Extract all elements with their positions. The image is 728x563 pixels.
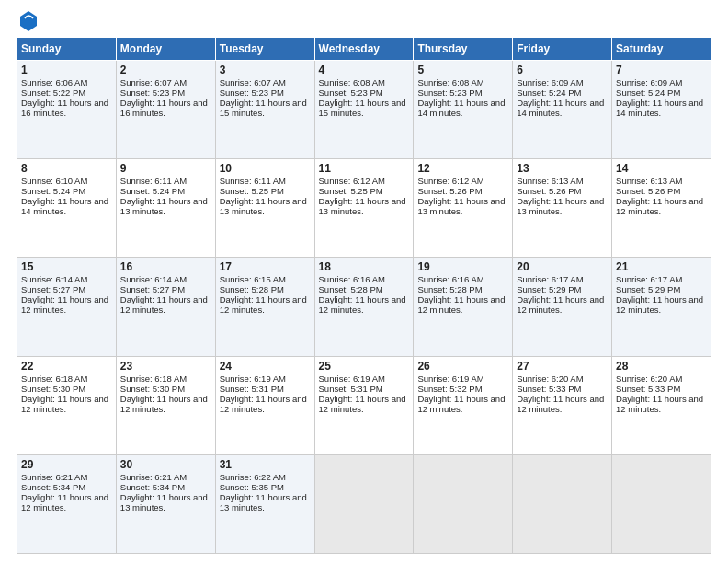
calendar-cell: 22Sunrise: 6:18 AMSunset: 5:30 PMDayligh…: [17, 356, 117, 454]
calendar-header-tuesday: Tuesday: [215, 38, 314, 61]
sunset-text: Sunset: 5:26 PM: [616, 186, 680, 196]
calendar-cell: 6Sunrise: 6:09 AMSunset: 5:24 PMDaylight…: [513, 61, 612, 159]
day-number: 27: [517, 360, 608, 373]
calendar-cell: [612, 454, 711, 553]
daylight-text: Daylight: 11 hours and 12 minutes.: [220, 294, 307, 315]
logo-icon: [20, 11, 37, 31]
daylight-text: Daylight: 11 hours and 12 minutes.: [120, 394, 208, 414]
calendar-cell: 2Sunrise: 6:07 AMSunset: 5:23 PMDaylight…: [116, 61, 215, 159]
calendar-cell: 19Sunrise: 6:16 AMSunset: 5:28 PMDayligh…: [414, 258, 513, 356]
sunrise-text: Sunrise: 6:19 AM: [220, 373, 286, 384]
sunrise-text: Sunrise: 6:14 AM: [120, 274, 187, 284]
daylight-text: Daylight: 11 hours and 15 minutes.: [319, 98, 406, 118]
sunset-text: Sunset: 5:34 PM: [120, 482, 185, 492]
day-number: 30: [120, 458, 211, 471]
sunset-text: Sunset: 5:22 PM: [21, 87, 85, 98]
day-number: 26: [417, 360, 508, 373]
calendar-cell: 14Sunrise: 6:13 AMSunset: 5:26 PMDayligh…: [612, 159, 711, 258]
daylight-text: Daylight: 11 hours and 12 minutes.: [517, 394, 604, 414]
daylight-text: Daylight: 11 hours and 13 minutes.: [319, 196, 406, 216]
sunrise-text: Sunrise: 6:07 AM: [220, 77, 286, 87]
calendar-cell: 18Sunrise: 6:16 AMSunset: 5:28 PMDayligh…: [314, 258, 414, 356]
daylight-text: Daylight: 11 hours and 12 minutes.: [21, 294, 108, 315]
sunrise-text: Sunrise: 6:21 AM: [21, 472, 87, 482]
daylight-text: Daylight: 11 hours and 12 minutes.: [220, 394, 307, 414]
sunrise-text: Sunrise: 6:17 AM: [616, 274, 682, 284]
daylight-text: Daylight: 11 hours and 12 minutes.: [21, 492, 108, 512]
daylight-text: Daylight: 11 hours and 12 minutes.: [319, 294, 406, 315]
calendar-header-wednesday: Wednesday: [314, 38, 414, 61]
calendar-cell: 8Sunrise: 6:10 AMSunset: 5:24 PMDaylight…: [17, 159, 117, 258]
daylight-text: Daylight: 11 hours and 13 minutes.: [517, 196, 604, 216]
sunrise-text: Sunrise: 6:11 AM: [220, 176, 286, 186]
sunset-text: Sunset: 5:24 PM: [616, 87, 680, 98]
daylight-text: Daylight: 11 hours and 12 minutes.: [417, 394, 505, 414]
sunrise-text: Sunrise: 6:08 AM: [319, 77, 385, 87]
sunset-text: Sunset: 5:27 PM: [21, 284, 85, 294]
calendar-header-row: SundayMondayTuesdayWednesdayThursdayFrid…: [17, 38, 711, 61]
daylight-text: Daylight: 11 hours and 12 minutes.: [616, 294, 703, 315]
calendar-week-row: 15Sunrise: 6:14 AMSunset: 5:27 PMDayligh…: [17, 258, 711, 356]
sunset-text: Sunset: 5:31 PM: [319, 384, 383, 394]
sunrise-text: Sunrise: 6:21 AM: [120, 472, 187, 482]
calendar-cell: [314, 454, 414, 553]
day-number: 21: [616, 260, 707, 273]
sunrise-text: Sunrise: 6:16 AM: [319, 274, 385, 284]
logo: [17, 13, 37, 31]
calendar-header-thursday: Thursday: [414, 38, 513, 61]
calendar-header-saturday: Saturday: [612, 38, 711, 61]
calendar-cell: [513, 454, 612, 553]
sunrise-text: Sunrise: 6:19 AM: [319, 373, 385, 384]
daylight-text: Daylight: 11 hours and 14 minutes.: [417, 98, 505, 118]
sunset-text: Sunset: 5:24 PM: [120, 186, 185, 196]
daylight-text: Daylight: 11 hours and 13 minutes.: [417, 196, 505, 216]
sunset-text: Sunset: 5:32 PM: [417, 384, 482, 394]
day-number: 10: [220, 162, 311, 175]
sunset-text: Sunset: 5:29 PM: [517, 284, 581, 294]
day-number: 29: [21, 458, 112, 471]
sunset-text: Sunset: 5:29 PM: [616, 284, 680, 294]
calendar-cell: 7Sunrise: 6:09 AMSunset: 5:24 PMDaylight…: [612, 61, 711, 159]
sunrise-text: Sunrise: 6:11 AM: [120, 176, 187, 186]
day-number: 23: [120, 360, 211, 373]
calendar-cell: 11Sunrise: 6:12 AMSunset: 5:25 PMDayligh…: [314, 159, 414, 258]
calendar-cell: [414, 454, 513, 553]
day-number: 22: [21, 360, 112, 373]
sunrise-text: Sunrise: 6:07 AM: [120, 77, 187, 87]
daylight-text: Daylight: 11 hours and 12 minutes.: [21, 394, 108, 414]
daylight-text: Daylight: 11 hours and 12 minutes.: [616, 196, 703, 216]
sunset-text: Sunset: 5:23 PM: [319, 87, 383, 98]
page: SundayMondayTuesdayWednesdayThursdayFrid…: [0, 0, 728, 563]
sunset-text: Sunset: 5:30 PM: [21, 384, 85, 394]
sunset-text: Sunset: 5:25 PM: [319, 186, 383, 196]
sunset-text: Sunset: 5:24 PM: [517, 87, 581, 98]
sunrise-text: Sunrise: 6:12 AM: [319, 176, 385, 186]
day-number: 13: [517, 162, 608, 175]
day-number: 25: [319, 360, 410, 373]
calendar-cell: 21Sunrise: 6:17 AMSunset: 5:29 PMDayligh…: [612, 258, 711, 356]
day-number: 8: [21, 162, 112, 175]
daylight-text: Daylight: 11 hours and 14 minutes.: [616, 98, 703, 118]
day-number: 4: [319, 63, 410, 76]
sunset-text: Sunset: 5:26 PM: [417, 186, 482, 196]
day-number: 17: [220, 260, 311, 273]
calendar-cell: 31Sunrise: 6:22 AMSunset: 5:35 PMDayligh…: [215, 454, 314, 553]
day-number: 7: [616, 63, 707, 76]
sunset-text: Sunset: 5:23 PM: [120, 87, 185, 98]
sunrise-text: Sunrise: 6:09 AM: [616, 77, 682, 87]
day-number: 18: [319, 260, 410, 273]
daylight-text: Daylight: 11 hours and 16 minutes.: [21, 98, 108, 118]
daylight-text: Daylight: 11 hours and 15 minutes.: [220, 98, 307, 118]
sunset-text: Sunset: 5:28 PM: [220, 284, 284, 294]
sunrise-text: Sunrise: 6:13 AM: [616, 176, 682, 186]
calendar-cell: 20Sunrise: 6:17 AMSunset: 5:29 PMDayligh…: [513, 258, 612, 356]
calendar-header-monday: Monday: [116, 38, 215, 61]
daylight-text: Daylight: 11 hours and 13 minutes.: [220, 196, 307, 216]
day-number: 12: [417, 162, 508, 175]
calendar-cell: 17Sunrise: 6:15 AMSunset: 5:28 PMDayligh…: [215, 258, 314, 356]
calendar-cell: 5Sunrise: 6:08 AMSunset: 5:23 PMDaylight…: [414, 61, 513, 159]
day-number: 31: [220, 458, 311, 471]
calendar-cell: 27Sunrise: 6:20 AMSunset: 5:33 PMDayligh…: [513, 356, 612, 454]
sunrise-text: Sunrise: 6:14 AM: [21, 274, 87, 284]
calendar-cell: 16Sunrise: 6:14 AMSunset: 5:27 PMDayligh…: [116, 258, 215, 356]
